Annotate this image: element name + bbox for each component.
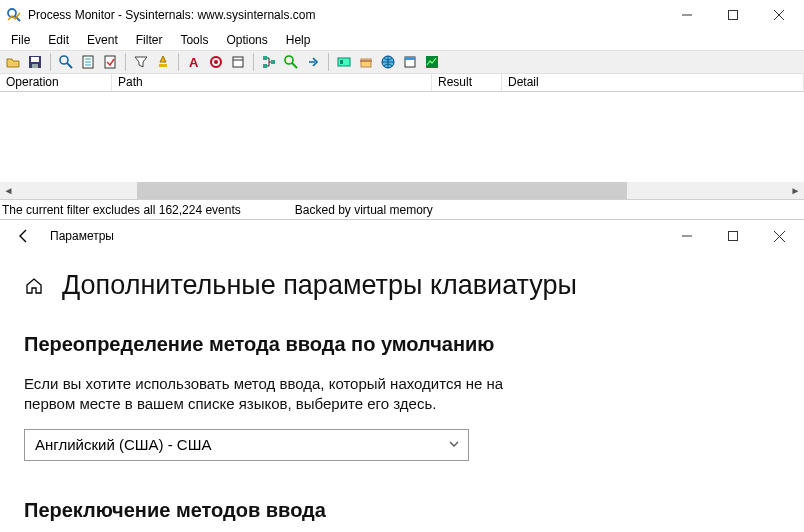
toolbar-sep — [328, 53, 329, 71]
page-title: Дополнительные параметры клавиатуры — [62, 270, 577, 301]
menu-tools[interactable]: Tools — [172, 31, 216, 49]
registry-icon[interactable] — [334, 52, 354, 72]
svg-rect-3 — [729, 11, 738, 20]
scroll-left-icon[interactable]: ◄ — [0, 182, 17, 199]
scroll-track[interactable] — [17, 182, 787, 199]
procmon-event-list[interactable] — [0, 92, 804, 182]
include-icon[interactable]: A — [184, 52, 204, 72]
tree-icon[interactable] — [259, 52, 279, 72]
toolbar-sep — [253, 53, 254, 71]
svg-rect-15 — [105, 56, 115, 68]
menu-filter[interactable]: Filter — [128, 31, 171, 49]
settings-header: Дополнительные параметры клавиатуры — [24, 270, 780, 301]
procmon-statusbar: The current filter excludes all 162,224 … — [0, 199, 804, 219]
highlight-icon[interactable] — [153, 52, 173, 72]
svg-line-10 — [67, 63, 72, 68]
procmon-hscrollbar[interactable]: ◄ ► — [0, 182, 804, 199]
svg-rect-27 — [338, 58, 350, 66]
save-icon[interactable] — [25, 52, 45, 72]
section-switch-heading: Переключение методов ввода — [24, 499, 780, 522]
scroll-right-icon[interactable]: ► — [787, 182, 804, 199]
svg-rect-34 — [426, 56, 438, 68]
procmon-menubar: File Edit Event Filter Tools Options Hel… — [0, 30, 804, 50]
procmon-column-headers: Operation Path Result Detail — [0, 74, 804, 92]
col-detail[interactable]: Detail — [502, 74, 804, 91]
svg-rect-20 — [233, 57, 243, 67]
back-button[interactable] — [12, 220, 36, 252]
menu-event[interactable]: Event — [79, 31, 126, 49]
procmon-window: Process Monitor - Sysinternals: www.sysi… — [0, 0, 804, 220]
minimize-button[interactable] — [664, 220, 710, 252]
combo-selected-value: Английский (США) - США — [35, 436, 211, 453]
settings-window: Параметры Дополнительные параметры клави… — [0, 220, 804, 532]
status-filter-count: The current filter excludes all 162,224 … — [0, 202, 249, 218]
menu-help[interactable]: Help — [278, 31, 319, 49]
procmon-window-controls — [664, 0, 802, 30]
settings-titlebar: Параметры — [0, 220, 804, 252]
minimize-button[interactable] — [664, 0, 710, 30]
procmon-titlebar: Process Monitor - Sysinternals: www.sysi… — [0, 0, 804, 30]
svg-rect-33 — [405, 57, 415, 60]
svg-point-19 — [214, 60, 218, 64]
process-icon[interactable] — [400, 52, 420, 72]
scroll-thumb[interactable] — [137, 182, 627, 199]
svg-rect-36 — [729, 232, 738, 241]
file-icon[interactable] — [356, 52, 376, 72]
open-icon[interactable] — [3, 52, 23, 72]
autoscroll-icon[interactable] — [78, 52, 98, 72]
toolbar-sep — [50, 53, 51, 71]
svg-line-26 — [292, 63, 297, 68]
settings-window-title: Параметры — [50, 229, 114, 243]
procmon-toolbar: A — [0, 50, 804, 74]
svg-point-9 — [60, 56, 68, 64]
col-result[interactable]: Result — [432, 74, 502, 91]
capture-icon[interactable] — [56, 52, 76, 72]
close-button[interactable] — [756, 0, 802, 30]
svg-text:A: A — [189, 55, 199, 69]
profiling-icon[interactable] — [422, 52, 442, 72]
col-path[interactable]: Path — [112, 74, 432, 91]
procmon-app-icon — [6, 7, 22, 23]
col-operation[interactable]: Operation — [0, 74, 112, 91]
exclude-icon[interactable] — [206, 52, 226, 72]
chevron-down-icon — [448, 437, 460, 453]
reset-icon[interactable] — [228, 52, 248, 72]
home-icon[interactable] — [24, 276, 44, 296]
default-input-method-combo[interactable]: Английский (США) - США — [24, 429, 469, 461]
maximize-button[interactable] — [710, 220, 756, 252]
svg-rect-24 — [271, 60, 275, 64]
find-icon[interactable] — [281, 52, 301, 72]
svg-rect-22 — [263, 56, 267, 60]
settings-body: Дополнительные параметры клавиатуры Пере… — [0, 252, 804, 532]
svg-rect-16 — [159, 64, 167, 67]
section-override-heading: Переопределение метода ввода по умолчани… — [24, 333, 780, 356]
svg-rect-23 — [263, 64, 267, 68]
filter-icon[interactable] — [131, 52, 151, 72]
toolbar-sep — [178, 53, 179, 71]
status-backing-store: Backed by virtual memory — [293, 202, 441, 218]
svg-point-25 — [285, 56, 293, 64]
close-button[interactable] — [756, 220, 802, 252]
menu-edit[interactable]: Edit — [40, 31, 77, 49]
network-icon[interactable] — [378, 52, 398, 72]
svg-rect-30 — [360, 60, 372, 62]
section-override-desc: Если вы хотите использовать метод ввода,… — [24, 374, 504, 415]
procmon-title-text: Process Monitor - Sysinternals: www.sysi… — [28, 8, 315, 22]
maximize-button[interactable] — [710, 0, 756, 30]
toolbar-sep — [125, 53, 126, 71]
svg-rect-8 — [32, 64, 38, 68]
svg-rect-7 — [31, 57, 39, 62]
clear-icon[interactable] — [100, 52, 120, 72]
menu-file[interactable]: File — [3, 31, 38, 49]
jump-icon[interactable] — [303, 52, 323, 72]
svg-rect-28 — [340, 60, 343, 64]
menu-options[interactable]: Options — [218, 31, 275, 49]
